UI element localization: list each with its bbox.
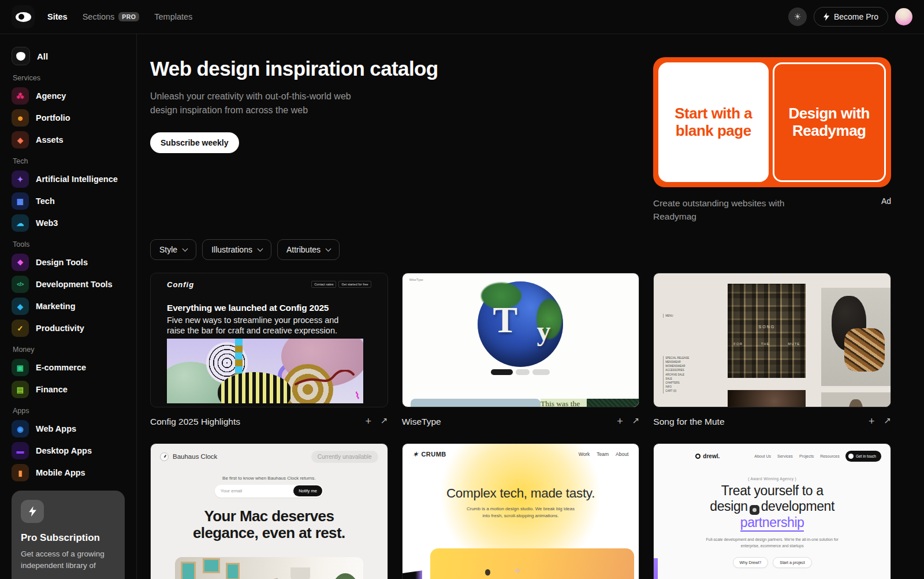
filter-style[interactable]: Style [150,239,196,260]
subscribe-weekly-button[interactable]: Subscribe weekly [150,132,239,153]
sidebar: All Services ⁂ Agency ☻ Portfolio ◈ Asse… [0,34,137,579]
ad-panel-blank-page[interactable]: Start with a blank page [658,62,769,182]
sidebar-item-tech[interactable]: ▦ Tech [12,192,125,210]
nav-sites-label: Sites [47,12,68,21]
open-external-button[interactable]: ↗ [632,415,640,428]
card-title: Config 2025 Highlights [150,417,240,427]
chevron-down-icon [182,246,188,251]
sparkles-icon: ✦ [12,170,29,188]
magenta-scribble: ⌇ [354,389,361,401]
person-icon: ☻ [12,109,29,127]
gear-icon [750,505,759,515]
page-subtitle: Unleash your creativity with out-of-this… [150,90,375,117]
site-thumbnail-song-for-the-mute[interactable]: MENU SPECIAL RELEASEMENSWEAR WOMENSWEARA… [653,273,891,407]
email-placeholder: Your email [221,488,243,493]
card-title: WiseType [402,417,441,427]
sidebar-item-label: Productivity [36,324,84,333]
chevron-down-icon [326,246,331,251]
add-to-collection-button[interactable]: + [617,415,623,428]
circle-logo-icon [695,454,701,459]
globe-letter-t: T [493,299,517,342]
why-drewl-button: Why Drewl? [733,557,769,568]
all-icon [12,47,30,65]
user-avatar[interactable] [895,8,912,25]
filter-bar: Style Illustrations Attributes [150,239,891,260]
purple-laptop-edge [402,570,422,579]
ad-caption: Create outstanding websites with Readyma… [653,196,826,224]
tag-icon: ◆ [12,298,29,315]
theme-toggle-button[interactable]: ☀ [788,8,807,26]
site-thumbnail-bauhaus-clock[interactable]: Bauhaus Clock Currently unavailable Be f… [150,443,388,579]
sidebar-item-productivity[interactable]: ✓ Productivity [12,320,125,337]
sidebar-item-all[interactable]: All [12,47,125,65]
site-card-config: Config Contact sales Get started for fre… [150,273,388,430]
pro-subscription-card[interactable]: Pro Subscription Get access of a growing… [12,491,125,579]
email-field: Your email Notify me [215,485,323,498]
sidebar-item-assets[interactable]: ◈ Assets [12,131,125,149]
filter-attributes[interactable]: Attributes [277,239,340,260]
become-pro-label: Become Pro [834,12,878,21]
add-to-collection-button[interactable]: + [869,415,875,428]
chip-icon: ▦ [12,192,29,210]
sidebar-item-marketing[interactable]: ◆ Marketing [12,298,125,315]
section-label-tech: Tech [13,157,125,165]
globe-letter-y: y [536,315,550,347]
readymag-ad-banner[interactable]: Start with a blank page Design with Read… [653,57,891,187]
add-to-collection-button[interactable]: + [366,415,372,428]
ad-panel-readymag[interactable]: Design with Readymag [773,62,886,182]
nav-sections[interactable]: Sections PRO [83,12,140,21]
sidebar-item-label: Assets [36,135,64,144]
section-label-money: Money [13,346,125,354]
sidebar-item-label: Desktop Apps [36,446,92,455]
topbar-right: ☀ Become Pro [788,7,912,27]
config-get-started: Get started for free [338,281,371,288]
notify-me-button: Notify me [293,485,322,496]
site-card-drewl: drewl. About UsServices ProjectsResource… [653,443,891,579]
site-thumbnail-config[interactable]: Config Contact sales Get started for fre… [150,273,388,407]
shadow-portrait-photo [728,390,806,407]
wallet-icon: ▤ [12,381,29,398]
sidebar-item-desktop-apps[interactable]: ▬ Desktop Apps [12,442,125,459]
card-caption: Config 2025 Highlights + ↗ [150,413,388,430]
sidebar-item-label: Agency [36,91,66,101]
squiggle-shape [293,370,356,387]
kneeling-model-photo [821,392,891,407]
sidebar-item-portfolio[interactable]: ☻ Portfolio [12,109,125,127]
become-pro-button[interactable]: Become Pro [814,7,888,27]
start-project-button: Start a project [773,557,812,568]
plaid-jacket-photo: SONG FORTHEMUTE [728,284,806,378]
sidebar-item-ecommerce[interactable]: ▣ E-commerce [12,359,125,376]
section-label-apps: Apps [13,407,125,415]
sidebar-item-artificial-intelligence[interactable]: ✦ Artificial Intelligence [12,170,125,188]
site-thumbnail-crumb[interactable]: ✶CRUMB WorkTeamAbout Complex tech, made … [402,443,640,579]
nav-templates[interactable]: Templates [154,12,192,21]
sidebar-item-web-apps[interactable]: ◉ Web Apps [12,420,125,437]
open-external-button[interactable]: ↗ [884,415,891,428]
sparkle-icon: ✧ [514,566,521,576]
sidebar-item-finance[interactable]: ▤ Finance [12,381,125,398]
sidebar-item-label: Design Tools [36,258,88,267]
nav-sites[interactable]: Sites [47,12,68,21]
open-external-button[interactable]: ↗ [381,415,388,428]
clay-globe-graphic: T y [478,281,563,367]
site-thumbnail-wisetype[interactable]: WiseType T y This was the style of clay … [402,273,640,407]
sidebar-item-development-tools[interactable]: </> Development Tools [12,276,125,293]
site-card-crumb: ✶CRUMB WorkTeamAbout Complex tech, made … [402,443,640,579]
code-window-icon: </> [12,276,29,293]
site-thumbnail-drewl[interactable]: drewl. About UsServices ProjectsResource… [653,443,891,579]
ad-panel-left-text: Start with a blank page [670,105,757,140]
crumb-nav: WorkTeamAbout [579,451,629,457]
sidebar-item-design-tools[interactable]: ❖ Design Tools [12,254,125,271]
sidebar-item-mobile-apps[interactable]: ▮ Mobile Apps [12,464,125,481]
sidebar-item-agency[interactable]: ⁂ Agency [12,87,125,105]
sidebar-item-web3[interactable]: ☁ Web3 [12,214,125,232]
site-logo[interactable] [12,5,35,28]
pro-badge: PRO [118,12,139,21]
wisetype-scroll-bar [411,399,541,407]
filter-illustrations[interactable]: Illustrations [202,239,271,260]
phone-icon: ▮ [12,464,29,481]
wisetype-caption-text: This was the style of clay pipe [541,399,587,407]
main-content: Web design inspiration catalog Unleash y… [137,0,924,579]
sidebar-item-label: Mobile Apps [36,468,85,477]
sun-icon: ☀ [793,12,801,22]
